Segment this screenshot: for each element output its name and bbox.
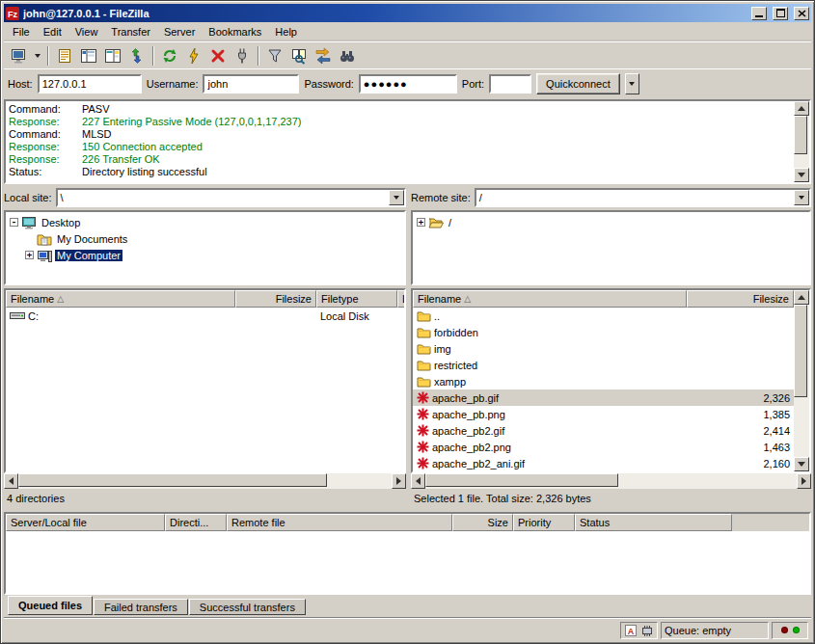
column-header-filename[interactable]: Filename△ — [6, 290, 235, 308]
column-header-filesize[interactable]: Filesize — [687, 290, 794, 308]
column-header-filesize[interactable]: Filesize — [235, 290, 316, 308]
compare-button[interactable] — [287, 44, 311, 67]
minimize-button[interactable] — [751, 7, 767, 20]
scroll-track[interactable] — [794, 305, 809, 457]
file-row[interactable]: img — [413, 340, 794, 357]
menu-view[interactable]: View — [68, 23, 105, 40]
toggle-message-log-button[interactable] — [53, 44, 76, 67]
maximize-button[interactable] — [773, 7, 788, 20]
scroll-right-button[interactable] — [797, 473, 811, 489]
file-row[interactable]: apache_pb.gif2,326 — [413, 389, 794, 406]
column-header-status[interactable]: Status — [575, 514, 732, 531]
site-manager-dropdown-button[interactable] — [31, 44, 43, 67]
file-row[interactable]: apache_pb2.gif2,414 — [413, 422, 794, 439]
log-line-type: Response: — [9, 141, 82, 153]
disconnect-button[interactable] — [231, 44, 254, 67]
tab-successful-transfers[interactable]: Successful transfers — [189, 599, 306, 615]
find-button[interactable] — [336, 44, 359, 67]
svg-text:Fz: Fz — [8, 10, 17, 19]
tree-item-my-documents[interactable]: My Documents — [6, 230, 404, 247]
column-header-size[interactable]: Size — [452, 514, 513, 531]
file-row[interactable]: xampp — [413, 373, 794, 389]
local-site-combobox[interactable]: \ — [56, 188, 406, 207]
tree-expander[interactable]: + — [25, 251, 34, 259]
drive-icon — [10, 310, 25, 321]
scroll-thumb[interactable] — [425, 473, 618, 487]
column-header-label: Priority — [518, 517, 551, 528]
scroll-down-button[interactable] — [794, 168, 809, 182]
tree-expander[interactable]: - — [10, 218, 18, 227]
menu-transfer[interactable]: Transfer — [104, 23, 157, 40]
password-input[interactable] — [359, 74, 457, 94]
username-input[interactable] — [203, 74, 299, 94]
menu-bookmarks[interactable]: Bookmarks — [202, 23, 268, 40]
scroll-track[interactable] — [425, 473, 797, 489]
remote-horizontal-scrollbar[interactable] — [411, 473, 811, 489]
tree-item-item[interactable]: +/ — [413, 214, 809, 230]
file-row[interactable]: forbidden — [413, 324, 794, 340]
synchronized-browsing-button[interactable] — [312, 44, 335, 67]
column-header-priority[interactable]: Priority — [513, 514, 575, 531]
tab-queued-files[interactable]: Queued files — [8, 596, 93, 615]
column-header-directi[interactable]: Directi... — [165, 514, 227, 531]
host-input[interactable] — [38, 74, 142, 94]
quickconnect-button[interactable]: Quickconnect — [536, 73, 620, 94]
remote-vertical-scrollbar[interactable] — [794, 290, 809, 471]
column-header-l[interactable]: L — [397, 290, 404, 308]
scroll-thumb[interactable] — [18, 473, 327, 487]
folder-icon — [417, 309, 431, 322]
refresh-button[interactable] — [158, 44, 181, 67]
column-header-filetype[interactable]: Filetype — [316, 290, 397, 308]
log-scrollbar[interactable] — [794, 101, 809, 182]
file-row[interactable]: restricted — [413, 357, 794, 373]
local-horizontal-scrollbar[interactable] — [4, 473, 406, 489]
file-row[interactable]: apache_pb.png1,385 — [413, 406, 794, 422]
scroll-left-button[interactable] — [411, 473, 425, 489]
column-header-server-local-file[interactable]: Server/Local file — [6, 514, 165, 531]
scroll-up-button[interactable] — [794, 101, 809, 116]
log-line-type: Command: — [9, 128, 82, 141]
toggle-transfer-queue-button[interactable] — [125, 44, 149, 67]
scroll-thumb[interactable] — [794, 116, 807, 154]
file-row[interactable]: .. — [413, 308, 794, 324]
tree-item-desktop[interactable]: -Desktop — [6, 214, 404, 230]
file-row[interactable]: apache_pb2.png1,463 — [413, 439, 794, 455]
scroll-track[interactable] — [18, 473, 392, 489]
cancel-button[interactable] — [206, 44, 230, 67]
site-manager-button[interactable] — [7, 44, 30, 67]
image-icon — [417, 457, 429, 470]
menu-server[interactable]: Server — [157, 23, 202, 40]
scroll-left-button[interactable] — [4, 473, 18, 489]
toggle-remote-tree-button[interactable] — [101, 44, 124, 67]
filename-text: apache_pb2.gif — [432, 425, 504, 437]
filter-button[interactable] — [263, 44, 286, 67]
log-line: Command:PASV — [9, 103, 792, 116]
tab-failed-transfers[interactable]: Failed transfers — [94, 599, 188, 615]
remote-site-combobox[interactable]: / — [475, 188, 811, 207]
scroll-down-button[interactable] — [794, 457, 809, 471]
menu-file[interactable]: File — [6, 23, 37, 40]
tree-expander[interactable]: + — [417, 218, 425, 227]
remote-status-text: Selected 1 file. Total size: 2,326 bytes — [411, 489, 811, 509]
local-site-dropdown-button[interactable] — [389, 190, 404, 205]
column-header-remote-file[interactable]: Remote file — [227, 514, 452, 531]
close-button[interactable] — [794, 7, 809, 20]
toggle-local-tree-button[interactable] — [77, 44, 100, 67]
remote-site-dropdown-button[interactable] — [794, 190, 809, 205]
file-row[interactable]: C:Local Disk — [6, 308, 404, 324]
tree-item-my-computer[interactable]: +My Computer — [6, 247, 404, 263]
scroll-track[interactable] — [794, 116, 809, 168]
menu-edit[interactable]: Edit — [37, 23, 68, 40]
queue-body[interactable] — [6, 531, 809, 593]
scroll-up-button[interactable] — [794, 290, 809, 305]
menu-help[interactable]: Help — [268, 23, 304, 40]
maximize-icon — [776, 9, 785, 17]
port-input[interactable] — [489, 74, 531, 94]
process-queue-button[interactable] — [182, 44, 205, 67]
scroll-right-button[interactable] — [392, 473, 406, 489]
quickconnect-dropdown-button[interactable] — [625, 73, 639, 94]
file-row[interactable]: apache_pb2_ani.gif2,160 — [413, 455, 794, 471]
column-header-filename[interactable]: Filename△ — [413, 290, 687, 308]
activity-led-green — [793, 627, 800, 633]
scroll-thumb[interactable] — [794, 305, 807, 397]
